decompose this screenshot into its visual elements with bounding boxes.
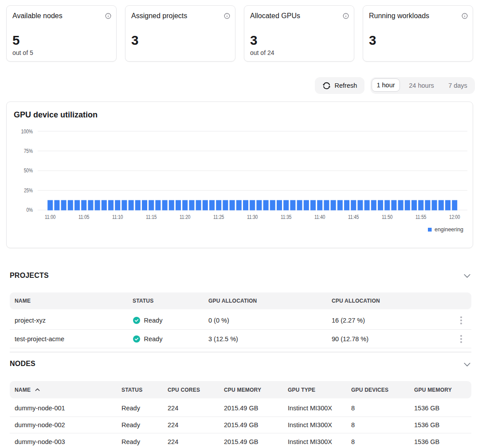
svg-text:11:10: 11:10 bbox=[112, 214, 123, 220]
svg-text:12:00: 12:00 bbox=[449, 214, 460, 220]
svg-text:11:15: 11:15 bbox=[146, 214, 157, 220]
svg-text:11:50: 11:50 bbox=[382, 214, 393, 220]
svg-text:11:00: 11:00 bbox=[45, 214, 56, 220]
svg-text:11:30: 11:30 bbox=[247, 214, 258, 220]
svg-text:11:20: 11:20 bbox=[180, 214, 191, 220]
svg-text:11:40: 11:40 bbox=[314, 214, 325, 220]
svg-text:100%: 100% bbox=[21, 129, 33, 135]
svg-text:engineering: engineering bbox=[435, 226, 463, 233]
svg-text:11:25: 11:25 bbox=[213, 214, 224, 220]
svg-text:11:35: 11:35 bbox=[281, 214, 292, 220]
svg-text:11:55: 11:55 bbox=[415, 214, 427, 220]
svg-text:11:05: 11:05 bbox=[78, 214, 90, 220]
svg-text:11:45: 11:45 bbox=[348, 214, 359, 220]
svg-text:0%: 0% bbox=[26, 207, 33, 213]
svg-text:50%: 50% bbox=[24, 168, 33, 174]
svg-text:25%: 25% bbox=[24, 187, 33, 194]
svg-text:75%: 75% bbox=[24, 148, 33, 154]
